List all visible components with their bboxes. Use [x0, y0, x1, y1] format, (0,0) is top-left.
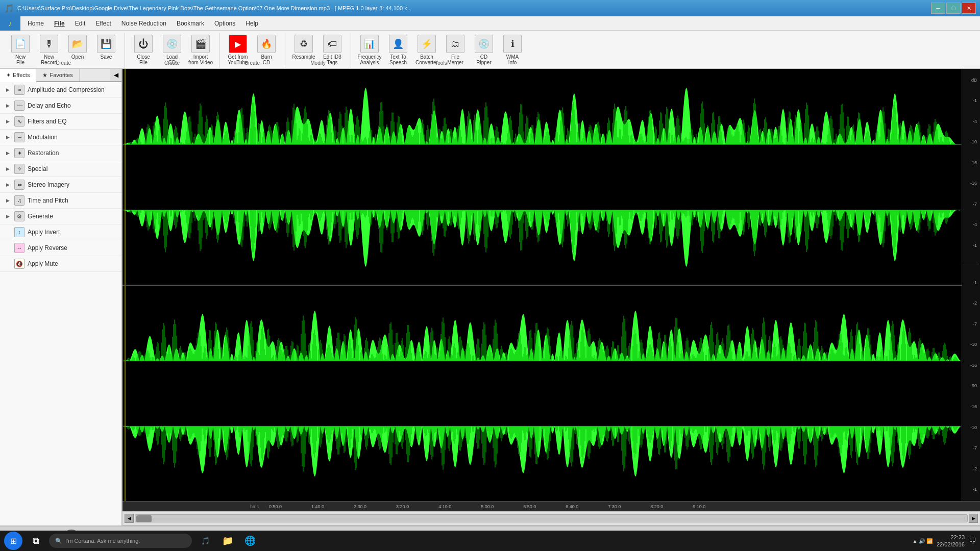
menu-edit[interactable]: Edit [70, 18, 91, 29]
load-cd-button[interactable]: 💿 LoadCD [158, 33, 186, 73]
sidebar-item-delay[interactable]: ▶ 〰 Delay and Echo [0, 98, 121, 114]
file-explorer-icon[interactable]: 📁 [218, 532, 237, 550]
batch-converter-icon: ⚡ [418, 35, 436, 53]
chevron-icon: ▶ [6, 135, 11, 140]
burn-cd-icon: 🔥 [257, 35, 276, 53]
db-label-m7: -7 [973, 202, 979, 207]
import-video-icon: 🎬 [191, 35, 210, 53]
sidebar-item-filters[interactable]: ▶ ∿ Filters and EQ [0, 114, 121, 130]
waveform-canvas-2 [122, 286, 962, 502]
text-speech-button[interactable]: 👤 Text ToSpeech [384, 33, 412, 73]
waveform-channel-1[interactable] [122, 69, 962, 286]
menu-bookmark[interactable]: Bookmark [172, 18, 209, 29]
chrome-icon[interactable]: 🌐 [241, 532, 259, 550]
sidebar-item-label: Time and Pitch [28, 197, 68, 204]
menu-effect[interactable]: Effect [90, 18, 116, 29]
db-label-m90: -90 [970, 384, 979, 388]
timeline-marker-410: 4:10.0 [438, 504, 451, 509]
sidebar-item-apply-invert[interactable]: ▶ ↕ Apply Invert [0, 224, 121, 240]
cd-ripper-button[interactable]: 💿 CDRipper [470, 33, 498, 73]
sidebar-item-apply-reverse[interactable]: ▶ ↔ Apply Reverse [0, 240, 121, 256]
sidebar-item-special[interactable]: ▶ ✧ Special [0, 161, 121, 177]
burn-cd-button[interactable]: 🔥 BurnCD [252, 33, 281, 73]
scrollbar-thumb[interactable] [136, 515, 152, 522]
apply-invert-icon: ↕ [14, 227, 24, 237]
sidebar-item-amplitude[interactable]: ▶ ≈ Amplitude and Compression [0, 82, 121, 98]
sidebar-item-stereo[interactable]: ▶ ⇔ Stereo Imagery [0, 177, 121, 193]
new-file-button[interactable]: 📄 NewFile [6, 33, 35, 73]
chevron-icon: ▶ [6, 103, 11, 108]
file-merger-button[interactable]: 🗂 FileMerger [441, 33, 470, 73]
app-taskbar-icon[interactable]: 🎵 [196, 532, 214, 550]
sidebar-item-restoration[interactable]: ▶ ✦ Restoration [0, 145, 121, 161]
close-file-button[interactable]: ⏻ CloseFile [129, 33, 158, 73]
sidebar-collapse-button[interactable]: ◀ [110, 69, 121, 81]
db-label-m4: -4 [973, 119, 979, 124]
clock-time: 22:23 [937, 534, 965, 541]
close-button[interactable]: ✕ [962, 3, 976, 14]
cd-ripper-icon: 💿 [475, 35, 493, 53]
maximize-button[interactable]: □ [946, 3, 961, 14]
wma-info-button[interactable]: ℹ WMAInfo [498, 33, 527, 73]
scroll-right-button[interactable]: ▶ [969, 514, 978, 523]
cortana-placeholder: I'm Cortana. Ask me anything. [65, 538, 140, 544]
sidebar-item-generate[interactable]: ▶ ⚙ Generate [0, 209, 121, 224]
timeline-marker-910: 9:10.0 [693, 504, 705, 509]
tools-label: Tools [351, 60, 531, 66]
timeline-marker-320: 3:20.0 [396, 504, 409, 509]
sidebar-item-label: Modulation [28, 134, 58, 141]
sidebar-item-modulation[interactable]: ▶ ∼ Modulation [0, 130, 121, 145]
new-record-button[interactable]: 🎙 NewRecord [35, 33, 63, 73]
freq-analysis-button[interactable]: 📊 FrequencyAnalysis [355, 33, 384, 73]
apply-mute-icon: 🔇 [14, 259, 24, 269]
menu-noise-reduction[interactable]: Noise Reduction [116, 18, 172, 29]
scroll-row: ◀ ▶ [122, 511, 980, 525]
db-label-m10b: -10 [970, 342, 979, 347]
start-button[interactable]: ⊞ [4, 532, 22, 550]
sidebar-item-label: Amplitude and Compression [28, 86, 105, 93]
resample-icon: ♻ [295, 35, 313, 53]
waveform-wrapper: dB -1 -4 -10 -16 -16 -7 -4 -1 -1 -2 -7 -… [122, 69, 980, 525]
freq-analysis-icon: 📊 [360, 35, 379, 53]
batch-converter-button[interactable]: ⚡ BatchConverter [412, 33, 441, 73]
create-label: Create [2, 60, 125, 66]
time-pitch-icon: ♫ [14, 195, 24, 206]
db-label-m1d: -1 [973, 487, 979, 492]
menu-help[interactable]: Help [240, 18, 263, 29]
amplitude-icon: ≈ [14, 85, 24, 95]
menu-options[interactable]: Options [209, 18, 240, 29]
clock-date: 22/02/2016 [937, 541, 965, 548]
db-label-m10c: -10 [970, 425, 979, 430]
sidebar-item-label: Delay and Echo [28, 102, 71, 109]
toolbar-group-create2: ⏻ CloseFile 💿 LoadCD 🎬 Importfrom Video … [125, 33, 219, 68]
scroll-left-button[interactable]: ◀ [125, 514, 134, 523]
menu-file[interactable]: File [49, 18, 70, 29]
menu-home[interactable]: Home [22, 18, 49, 29]
title-bar-controls[interactable]: ─ □ ✕ [931, 3, 976, 14]
title-path: C:\Users\Surface Pro\Desktop\Google Driv… [17, 5, 412, 11]
sidebar-item-time-pitch[interactable]: ▶ ♫ Time and Pitch [0, 193, 121, 209]
waveform-channel-2[interactable] [122, 286, 962, 502]
toolbar-group-modify: ♻ Resample 🏷 Edit ID3Tags Modify [285, 33, 351, 68]
timeline-marker-hms: hms [250, 504, 259, 509]
task-view-icon[interactable]: ⧉ [27, 532, 45, 550]
scrollbar-track[interactable] [135, 514, 968, 522]
timeline-marker-730: 7:30.0 [608, 504, 621, 509]
db-label-m16d: -16 [970, 405, 979, 409]
get-youtube-button[interactable]: ▶ Get fromYouTube [224, 33, 252, 73]
app-logo: ♪ [0, 16, 20, 31]
cortana-search[interactable]: 🔍 I'm Cortana. Ask me anything. [49, 534, 192, 548]
import-video-button[interactable]: 🎬 Importfrom Video [186, 33, 215, 73]
sidebar-item-label: Special [28, 165, 47, 172]
minimize-button[interactable]: ─ [931, 3, 945, 14]
timeline-marker-500: 5:00.0 [481, 504, 494, 509]
sidebar: ✦ Effects ★ Favorites ◀ ▶ ≈ Amplitude an… [0, 69, 122, 525]
sidebar-item-label: Apply Reverse [28, 244, 67, 252]
timeline-marker-230: 2:30.0 [354, 504, 366, 509]
chevron-icon: ▶ [6, 119, 11, 124]
sidebar-item-apply-mute[interactable]: ▶ 🔇 Apply Mute [0, 256, 121, 272]
edit-id3-button[interactable]: 🏷 Edit ID3Tags [318, 33, 347, 73]
create-label3: Create [219, 60, 285, 66]
timeline-marker-820: 8:20.0 [650, 504, 663, 509]
notification-icon[interactable]: 🗨 [969, 537, 976, 545]
